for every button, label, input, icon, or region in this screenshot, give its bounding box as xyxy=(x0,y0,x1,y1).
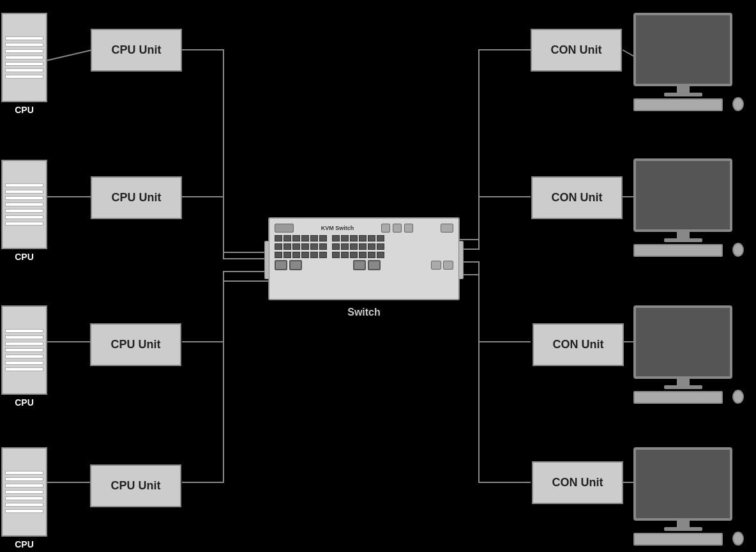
workstation-3 xyxy=(633,305,732,404)
svg-line-0 xyxy=(46,50,93,61)
cpu-server-2-label: CPU xyxy=(1,252,47,262)
cpu-unit-4: CPU Unit xyxy=(90,464,181,507)
con-unit-2: CON Unit xyxy=(531,176,623,219)
con-unit-4: CON Unit xyxy=(532,461,623,504)
workstation-2 xyxy=(633,158,732,257)
workstation-4 xyxy=(633,447,732,546)
cpu-server-3-label: CPU xyxy=(1,397,47,408)
switch-device: KVM Switch xyxy=(268,217,460,300)
cpu-server-1-label: CPU xyxy=(1,105,47,115)
cpu-server-2: CPU xyxy=(1,160,47,262)
cpu-server-1: CPU xyxy=(1,13,47,115)
cpu-server-4: CPU xyxy=(1,447,47,549)
switch-label: Switch xyxy=(268,307,460,318)
cpu-server-4-label: CPU xyxy=(1,539,47,549)
cpu-server-3: CPU xyxy=(1,305,47,408)
con-unit-1: CON Unit xyxy=(531,29,622,72)
cpu-unit-2: CPU Unit xyxy=(91,176,182,219)
cpu-unit-3: CPU Unit xyxy=(90,323,181,366)
workstation-1 xyxy=(633,13,732,111)
con-unit-3: CON Unit xyxy=(533,323,624,366)
cpu-unit-1: CPU Unit xyxy=(91,29,182,72)
